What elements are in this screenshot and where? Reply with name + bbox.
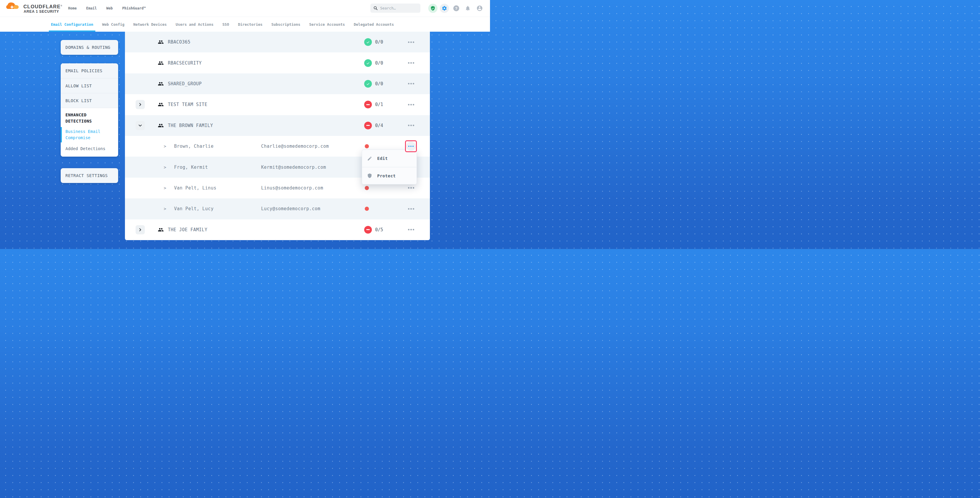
row-actions-button[interactable] <box>405 99 417 110</box>
bell-icon[interactable] <box>465 5 471 11</box>
cloudflare-logo: CLOUDFLARE® AREA 1 SECURITY <box>6 2 65 16</box>
group-icon <box>158 102 164 108</box>
sidebar-card-policies: EMAIL POLICIES ALLOW LIST BLOCK LIST ENH… <box>61 64 118 157</box>
search-bar[interactable] <box>371 3 420 13</box>
menu-item-protect[interactable]: Protect <box>362 167 417 184</box>
groups-table: RBACO365 0/0 RBACSECURITY 0/0 SHARED_GRO… <box>125 32 430 240</box>
row-actions-button[interactable] <box>405 78 417 90</box>
row-actions-button[interactable] <box>405 203 417 215</box>
group-icon <box>158 227 164 233</box>
expand-button[interactable] <box>135 100 145 109</box>
protection-count: 0/0 <box>375 81 383 86</box>
sidebar-item-block-list[interactable]: BLOCK LIST <box>61 93 118 108</box>
member-chevron[interactable]: > <box>164 165 166 170</box>
row-actions-button[interactable] <box>405 57 417 69</box>
sidebar-item-enhanced-detections[interactable]: ENHANCED DETECTIONS <box>61 108 108 126</box>
status-ok-icon <box>364 38 372 46</box>
brand-name: CLOUDFLARE® <box>23 4 62 10</box>
group-name: TEST TEAM SITE <box>168 102 207 107</box>
tab-users-and-actions[interactable]: Users and Actions <box>176 17 213 32</box>
member-name: Van Pelt, Lucy <box>174 206 213 212</box>
brand-product: AREA 1 SECURITY <box>24 10 59 14</box>
group-name: SHARED_GROUP <box>168 81 202 86</box>
table-row: THE BROWN FAMILY 0/4 <box>125 115 430 136</box>
group-name: RBACSECURITY <box>168 60 202 66</box>
section-tabbar: Email Configuration Web Config Network D… <box>0 17 490 32</box>
row-actions-button[interactable] <box>405 224 417 235</box>
protection-count: 0/0 <box>375 60 383 66</box>
protection-count: 0/1 <box>375 102 383 107</box>
member-chevron[interactable]: > <box>164 186 166 190</box>
table-row: THE JOE FAMILY 0/5 <box>125 220 430 240</box>
nav-email[interactable]: Email <box>86 6 97 10</box>
sidebar-item-added-detections[interactable]: Added Detections <box>61 143 118 157</box>
tab-email-configuration[interactable]: Email Configuration <box>51 17 93 32</box>
status-dot <box>365 207 369 211</box>
member-name: Frog, Kermit <box>174 165 208 170</box>
brand-reg-mark: ® <box>61 5 62 7</box>
table-row: TEST TEAM SITE 0/1 <box>125 94 430 115</box>
member-email: Charlie@somedemocorp.com <box>261 143 329 149</box>
tab-subscriptions[interactable]: Subscriptions <box>271 17 300 32</box>
table-row: SHARED_GROUP 0/0 <box>125 73 430 94</box>
sidebar-item-domains-routing[interactable]: DOMAINS & ROUTING <box>61 40 118 55</box>
shield-check-icon[interactable] <box>428 4 438 13</box>
group-icon <box>158 60 164 66</box>
table-row: RBACSECURITY 0/0 <box>125 53 430 73</box>
group-icon <box>158 39 164 45</box>
tab-web-config[interactable]: Web Config <box>102 17 124 32</box>
group-name: THE BROWN FAMILY <box>168 123 213 128</box>
sidebar-item-email-policies[interactable]: EMAIL POLICIES <box>61 64 118 78</box>
pencil-icon <box>367 156 372 161</box>
sidebar-item-allow-list[interactable]: ALLOW LIST <box>61 78 118 93</box>
help-icon[interactable]: ? <box>453 5 459 11</box>
row-actions-button[interactable] <box>405 119 417 132</box>
tab-service-accounts[interactable]: Service Accounts <box>309 17 345 32</box>
search-input[interactable] <box>380 6 416 10</box>
sidebar-card-retract: RETRACT SETTINGS <box>61 168 118 183</box>
status-ok-icon <box>364 80 372 88</box>
nav-web[interactable]: Web <box>106 6 113 10</box>
sidebar-item-retract-settings[interactable]: RETRACT SETTINGS <box>61 168 118 183</box>
sidebar-item-business-email-compromise[interactable]: Business Email Compromise <box>61 126 118 143</box>
member-email: Kermit@somedemocorp.com <box>261 165 326 170</box>
row-context-menu: Edit Protect <box>362 150 417 185</box>
shield-icon <box>367 173 372 178</box>
status-alert-icon <box>364 101 372 108</box>
status-dot <box>365 144 369 148</box>
protection-count: 0/4 <box>375 123 383 128</box>
tab-network-devices[interactable]: Network Devices <box>133 17 167 32</box>
sidebar-section-enhanced-detections: ENHANCED DETECTIONS Business Email Compr… <box>61 108 118 157</box>
member-email: Linus@somedemocorp.com <box>261 185 323 191</box>
status-dot <box>365 186 369 190</box>
status-alert-icon <box>364 226 372 234</box>
header-nav: Home Email Web PhishGuard™ <box>68 0 146 17</box>
protection-count: 0/0 <box>375 40 383 45</box>
tab-sso[interactable]: SSO <box>222 17 229 32</box>
row-actions-button-active[interactable] <box>405 140 417 152</box>
tab-directories[interactable]: Directories <box>238 17 262 32</box>
chevron-down-icon <box>138 124 142 127</box>
user-icon[interactable] <box>476 5 483 11</box>
expand-button[interactable] <box>135 225 145 234</box>
member-chevron[interactable]: > <box>164 206 166 211</box>
nav-phishguard[interactable]: PhishGuard™ <box>122 6 146 10</box>
menu-item-edit[interactable]: Edit <box>362 150 417 167</box>
member-email: Lucy@somedemocorp.com <box>261 206 320 212</box>
app-header: CLOUDFLARE® AREA 1 SECURITY Home Email W… <box>0 0 490 17</box>
gear-icon[interactable] <box>440 4 449 13</box>
nav-home[interactable]: Home <box>68 6 77 10</box>
table-row: > Van Pelt, Lucy Lucy@somedemocorp.com <box>125 198 430 219</box>
member-name: Brown, Charlie <box>174 143 213 149</box>
member-chevron[interactable]: > <box>164 144 166 149</box>
status-alert-icon <box>364 122 372 129</box>
group-icon <box>158 81 164 87</box>
group-name: THE JOE FAMILY <box>168 227 207 232</box>
collapse-button[interactable] <box>135 121 145 130</box>
tab-delegated-accounts[interactable]: Delegated Accounts <box>354 17 394 32</box>
chevron-right-icon <box>138 103 142 106</box>
row-actions-button[interactable] <box>405 36 417 48</box>
group-name: RBACO365 <box>168 40 190 45</box>
chevron-right-icon <box>138 228 142 231</box>
protection-count: 0/5 <box>375 227 383 232</box>
